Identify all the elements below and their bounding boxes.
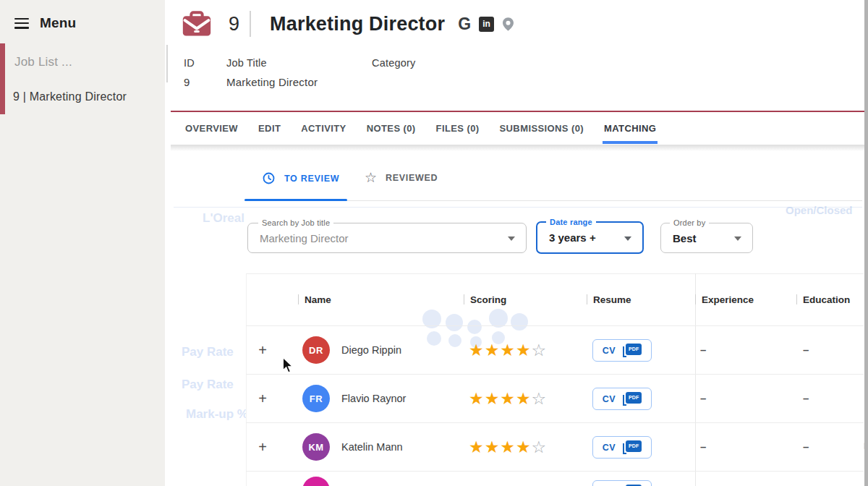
expand-row-button[interactable]: + [256, 390, 269, 407]
experience-value: – [700, 440, 706, 453]
cv-pdf-button[interactable]: CV PDF [592, 339, 652, 362]
cv-pdf-button[interactable]: CV PDF [592, 436, 652, 459]
sidebar-active-accent [0, 43, 5, 114]
column-header-scoring: Scoring [464, 294, 506, 305]
location-pin-icon[interactable] [503, 17, 514, 31]
star-filled-icon[interactable]: ★ [500, 438, 516, 456]
star-filled-icon[interactable]: ★ [469, 389, 485, 408]
subtab-label: TO REVIEW [284, 174, 339, 184]
tab-edit[interactable]: EDIT [258, 112, 281, 145]
scoring-stars: ★★★★☆ [469, 340, 547, 360]
cv-pdf-button[interactable]: CV PDF [592, 388, 652, 410]
scoring-stars: ★★★★☆ [469, 388, 547, 409]
hamburger-icon [14, 18, 29, 29]
experience-value: – [700, 392, 706, 404]
tab-bar-shadow [171, 145, 864, 151]
dropdown-caret-icon [624, 236, 631, 241]
tab-overview[interactable]: OVERVIEW [185, 112, 238, 145]
column-header-name: Name [298, 294, 331, 305]
ghost-text: Mark-up % [186, 407, 248, 422]
window-scrollbar[interactable] [864, 0, 868, 486]
star-filled-icon[interactable]: ★ [485, 389, 501, 408]
date-range-select[interactable]: Date range 3 years + [536, 221, 644, 254]
ghost-line [174, 207, 862, 208]
expand-row-button[interactable]: + [256, 341, 269, 359]
star-filled-icon[interactable]: ★ [485, 341, 501, 359]
education-value: – [803, 440, 809, 453]
table-row: + FR Flavio Raynor ★★★★☆ CV PDF – – [246, 374, 864, 422]
experience-value: – [700, 344, 706, 356]
star-empty-icon[interactable]: ☆ [532, 341, 548, 359]
star-empty-icon[interactable]: ☆ [532, 389, 548, 408]
star-empty-icon[interactable]: ☆ [532, 438, 548, 456]
subtab-active-underline [244, 199, 347, 201]
tab-files[interactable]: FILES (0) [436, 112, 480, 145]
field-id: ID 9 [184, 57, 195, 88]
star-filled-icon[interactable]: ★ [500, 341, 516, 359]
subtab-label: REVIEWED [386, 173, 438, 183]
avatar: KM [302, 433, 330, 461]
field-value: Marketing Director [226, 76, 318, 88]
field-label: Job Title [226, 57, 318, 69]
header-divider [250, 11, 251, 37]
job-header: 9 Marketing Director G in [182, 7, 514, 40]
search-job-title-select[interactable]: Search by Job title Marketing Director [247, 223, 527, 253]
tab-submissions[interactable]: SUBMISSIONS (0) [500, 112, 584, 145]
education-value: – [803, 392, 809, 404]
field-job-title: Job Title Marketing Director [226, 57, 318, 88]
tab-notes[interactable]: NOTES (0) [367, 112, 416, 145]
candidate-name[interactable]: Katelin Mann [341, 441, 403, 453]
ghost-text: Open/Closed [786, 204, 853, 216]
expand-row-button[interactable]: + [256, 438, 269, 456]
star-filled-icon[interactable]: ★ [516, 438, 532, 456]
subtab-to-review[interactable]: TO REVIEW [263, 172, 339, 184]
star-filled-icon[interactable]: ★ [469, 438, 485, 456]
star-filled-icon[interactable]: ★ [485, 438, 501, 456]
sidebar-item-job-list[interactable]: Job List ... [14, 55, 72, 69]
search-value: Marketing Director [260, 223, 349, 252]
menu-button[interactable]: Menu [14, 15, 76, 31]
avatar: FR [302, 385, 330, 412]
star-filled-icon[interactable]: ★ [469, 341, 485, 359]
column-header-resume: Resume [587, 294, 631, 305]
table-row-partial: CV PDF [246, 471, 864, 486]
menu-label: Menu [40, 15, 76, 31]
tab-bar: OVERVIEW EDIT ACTIVITY NOTES (0) FILES (… [171, 112, 864, 145]
scoring-stars: ★★★★☆ [469, 437, 547, 457]
avatar: DR [302, 336, 330, 364]
star-filled-icon[interactable]: ★ [516, 389, 532, 408]
cv-pdf-button[interactable]: CV PDF [592, 480, 652, 486]
sidebar-scrollbar-thumb[interactable] [166, 45, 168, 82]
tab-activity[interactable]: ACTIVITY [301, 112, 346, 145]
clock-icon [263, 172, 275, 184]
job-id: 9 [229, 13, 239, 35]
avatar [302, 477, 330, 486]
briefcase-icon [182, 11, 211, 37]
google-icon[interactable]: G [458, 14, 471, 34]
candidate-name[interactable]: Flavio Raynor [341, 393, 406, 404]
app-window: Menu Job List ... 9 | Marketing Director… [0, 0, 868, 486]
column-header-education: Education [796, 294, 850, 305]
sidebar-item-current-job[interactable]: 9 | Marketing Director [13, 90, 127, 103]
pdf-icon: PDF [622, 344, 642, 358]
dropdown-caret-icon [508, 236, 515, 241]
tab-matching[interactable]: MATCHING [604, 112, 656, 145]
page-title: Marketing Director [270, 13, 445, 35]
order-by-value: Best [673, 223, 697, 252]
pdf-icon: PDF [622, 392, 642, 406]
ghost-text: L'Oreal Par [203, 211, 247, 226]
table-row: + DR Diego Rippin ★★★★☆ CV PDF – – [246, 325, 864, 374]
order-by-select[interactable]: Order by Best [660, 223, 753, 253]
table-row: + KM Katelin Mann ★★★★☆ CV PDF – – [246, 422, 864, 471]
column-header-experience: Experience [695, 294, 754, 305]
star-filled-icon[interactable]: ★ [500, 389, 516, 408]
field-value: 9 [184, 76, 195, 88]
ghost-text: Pay Rate [182, 345, 234, 359]
pdf-icon: PDF [622, 440, 642, 455]
linkedin-icon[interactable]: in [479, 17, 494, 32]
star-filled-icon[interactable]: ★ [516, 341, 532, 359]
field-category: Category [372, 57, 415, 76]
sidebar: Menu Job List ... 9 | Marketing Director [0, 0, 165, 486]
candidate-name[interactable]: Diego Rippin [341, 344, 401, 356]
subtab-reviewed[interactable]: ☆ REVIEWED [365, 171, 438, 184]
